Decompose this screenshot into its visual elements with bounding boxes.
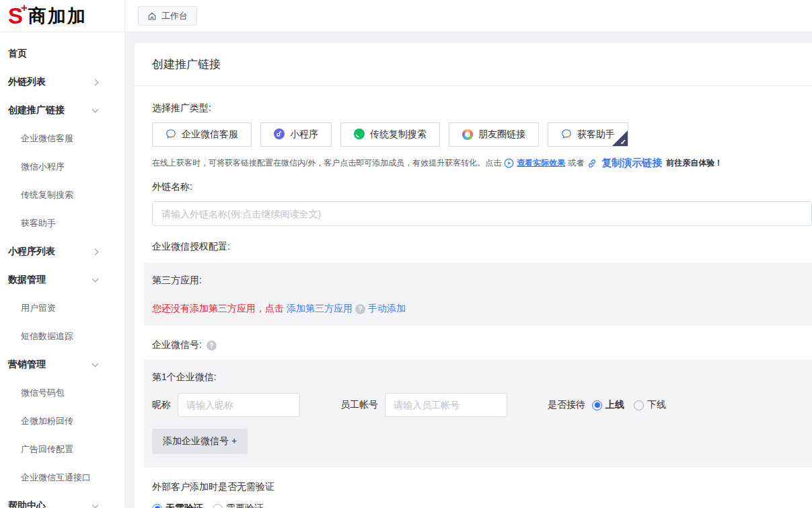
staff-account-input[interactable] xyxy=(385,393,507,417)
sidebar-item-label: 微信号码包 xyxy=(21,387,65,399)
sidebar-item-label: 外链列表 xyxy=(8,76,46,88)
type-button-wecom-service[interactable]: 企业微信客服 xyxy=(152,122,252,147)
radio-need-verify-label: 需要验证 xyxy=(226,503,264,508)
help-question-icon[interactable]: ? xyxy=(355,304,365,314)
sidebar-item-label: 获客助手 xyxy=(21,217,56,229)
first-wecom-label: 第1个企业微信: xyxy=(152,371,799,384)
link-name-input[interactable] xyxy=(152,201,812,226)
help-question-icon[interactable]: ? xyxy=(207,340,217,351)
manual-add-link[interactable]: 手动添加 xyxy=(368,303,406,315)
add-third-party-app-link[interactable]: 添加第三方应用 xyxy=(287,303,353,315)
tip-text: 在线上获客时，可将获客链接配置在微信内/外，客户点击即可添加成员，有效提升获客转… xyxy=(152,157,501,169)
tip-post-text: 前往亲自体验！ xyxy=(666,157,723,169)
chevron-right-icon xyxy=(92,79,99,85)
chevron-right-icon xyxy=(92,248,99,255)
wecom-account-form-row: 昵称 员工帐号 是否接待 上线 下线 xyxy=(152,393,799,417)
radio-checked-icon xyxy=(152,504,162,508)
sidebar-item-label: 企业微信客服 xyxy=(21,133,73,145)
sidebar-item-wechat-miniprogram[interactable]: 微信小程序 xyxy=(0,153,124,181)
workbench-tab[interactable]: 工作台 xyxy=(138,6,197,26)
chevron-down-icon xyxy=(92,502,99,508)
acquire-chat-icon xyxy=(561,129,572,141)
serve-toggle-label: 是否接待 xyxy=(548,399,585,411)
moments-icon xyxy=(462,129,473,140)
sidebar-item-label: 用户留资 xyxy=(21,302,56,314)
radio-online-label: 上线 xyxy=(605,399,624,411)
link-chain-icon[interactable] xyxy=(587,158,597,169)
sidebar-item-ad-callback-config[interactable]: 广告回传配置 xyxy=(0,435,124,464)
sidebar-item-link-list[interactable]: 外链列表 xyxy=(0,68,124,96)
wecom-account-label: 企业微信号: xyxy=(152,339,202,351)
sidebar-item-label: 营销管理 xyxy=(8,359,46,371)
sidebar-item-create-promo-link[interactable]: 创建推广链接 xyxy=(0,96,124,124)
sidebar-item-acquire-assistant[interactable]: 获客助手 xyxy=(0,209,124,238)
nickname-input[interactable] xyxy=(178,393,300,417)
workbench-tab-label: 工作台 xyxy=(161,10,188,22)
sidebar-item-label: 传统复制搜索 xyxy=(21,189,73,201)
check-icon: ✓ xyxy=(620,138,626,147)
brand-logo: S+ 商加加 xyxy=(0,0,125,32)
play-circle-icon[interactable] xyxy=(504,158,514,168)
radio-unchecked-icon xyxy=(634,400,644,410)
sidebar-item-wecom-service[interactable]: 企业微信客服 xyxy=(0,124,124,153)
promo-type-label: 选择推广类型: xyxy=(152,102,812,114)
type-button-label: 企业微信客服 xyxy=(182,129,238,141)
radio-no-verify[interactable]: 无需验证 xyxy=(152,503,203,508)
sidebar-item-help-center[interactable]: 帮助中心 xyxy=(0,492,124,508)
brand-logo-plus: + xyxy=(21,1,27,14)
page-title: 创建推广链接 xyxy=(135,43,812,86)
add-wecom-account-button[interactable]: 添加企业微信号 + xyxy=(152,429,248,454)
view-effect-link[interactable]: 查看实际效果 xyxy=(517,157,565,169)
staff-account-label: 员工帐号 xyxy=(340,399,378,411)
app-window: S+ 商加加 工作台 首页 外链列表 创建推广链接 企业微信客服 微信小程序 传… xyxy=(0,0,812,508)
verify-radio-row: 无需验证 需要验证 xyxy=(152,503,812,508)
brand-logo-mark: S+ xyxy=(8,5,27,27)
sidebar-item-user-leads[interactable]: 用户留资 xyxy=(0,294,124,322)
sidebar-item-wecom-fan-callback[interactable]: 企微加粉回传 xyxy=(0,407,124,435)
copy-demo-link[interactable]: 复制演示链接 xyxy=(601,157,662,170)
third-party-app-panel: 第三方应用: 您还没有添加第三方应用，点击 添加第三方应用 ? 手动添加 xyxy=(144,262,812,326)
warning-text: 您还没有添加第三方应用，点击 xyxy=(152,303,284,315)
radio-online[interactable]: 上线 xyxy=(592,399,624,411)
chevron-down-icon xyxy=(92,106,99,113)
type-button-miniprogram[interactable]: 小程序 xyxy=(260,122,332,147)
sidebar-item-home[interactable]: 首页 xyxy=(0,40,124,68)
sidebar-item-sms-tracking[interactable]: 短信数据追踪 xyxy=(0,322,124,351)
radio-offline-label: 下线 xyxy=(647,399,666,411)
radio-no-verify-label: 无需验证 xyxy=(165,503,203,508)
sidebar-item-wechat-number-pack[interactable]: 微信号码包 xyxy=(0,379,124,407)
sidebar-item-label: 广告回传配置 xyxy=(21,443,73,456)
sidebar-item-miniprogram-list[interactable]: 小程序列表 xyxy=(0,238,124,266)
wecom-auth-config-label: 企业微信授权配置: xyxy=(152,241,812,253)
type-button-moments-link[interactable]: 朋友圈链接 xyxy=(449,122,539,147)
type-button-label: 传统复制搜索 xyxy=(370,129,427,141)
wecom-account-panel: 第1个企业微信: 昵称 员工帐号 是否接待 上线 xyxy=(144,359,812,468)
radio-offline[interactable]: 下线 xyxy=(634,399,666,411)
sidebar-item-label: 企微加粉回传 xyxy=(21,415,73,427)
promo-type-row: 企业微信客服 小程序 传统复制搜索 xyxy=(152,122,812,147)
chevron-down-icon xyxy=(92,361,99,367)
type-button-acquire-assistant[interactable]: 获客助手 ✓ xyxy=(548,122,628,147)
sidebar-item-data-management[interactable]: 数据管理 xyxy=(0,266,124,294)
sidebar-item-wecom-interop-api[interactable]: 企业微信互通接口 xyxy=(0,464,124,492)
nickname-label: 昵称 xyxy=(152,399,171,411)
sidebar-item-label: 企业微信互通接口 xyxy=(21,472,91,484)
radio-need-verify[interactable]: 需要验证 xyxy=(213,503,264,508)
type-button-copy-search[interactable]: 传统复制搜索 xyxy=(340,122,440,147)
topbar: 工作台 xyxy=(125,0,812,32)
sidebar-item-label: 小程序列表 xyxy=(8,246,55,258)
sidebar-item-label: 帮助中心 xyxy=(8,500,46,508)
type-button-label: 获客助手 xyxy=(577,129,615,141)
sidebar-item-marketing-management[interactable]: 营销管理 xyxy=(0,351,124,379)
home-icon xyxy=(147,11,157,21)
create-link-card: 创建推广链接 选择推广类型: 企业微信客服 小程序 xyxy=(135,43,812,508)
radio-unchecked-icon xyxy=(213,504,223,508)
type-button-label: 小程序 xyxy=(290,129,318,141)
brand-logo-text: 商加加 xyxy=(28,4,87,28)
sidebar-item-copy-search[interactable]: 传统复制搜索 xyxy=(0,181,124,209)
link-name-label: 外链名称: xyxy=(152,181,812,193)
main-area: 创建推广链接 选择推广类型: 企业微信客服 小程序 xyxy=(125,32,812,508)
wecom-account-label-row: 企业微信号: ? xyxy=(152,339,812,351)
radio-checked-icon xyxy=(592,400,602,410)
wecom-chat-icon xyxy=(165,129,176,141)
